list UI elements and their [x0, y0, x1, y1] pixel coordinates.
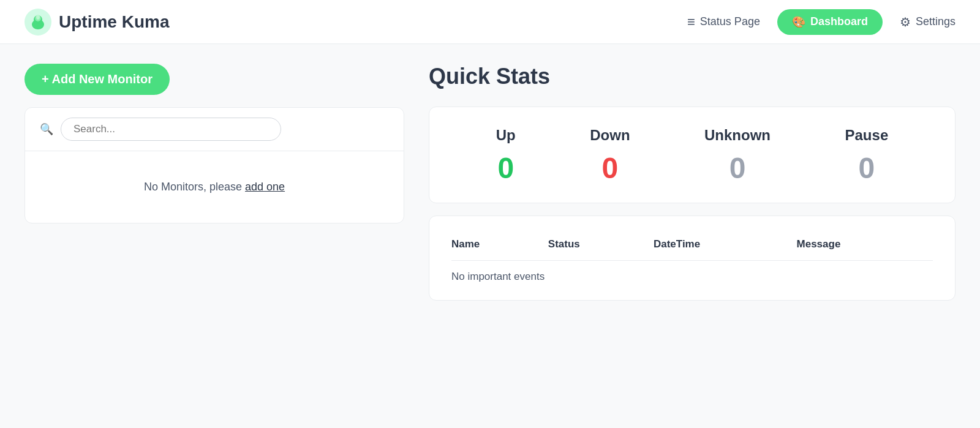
stats-card: Up 0 Down 0 Unknown 0 Pause 0 — [429, 107, 956, 203]
no-monitors-text: No Monitors, please add one — [144, 181, 285, 193]
empty-events-text: No important events — [451, 261, 933, 283]
down-label: Down — [590, 127, 630, 144]
svg-point-4 — [36, 15, 40, 20]
events-table: Name Status DateTime Message No importan… — [451, 233, 933, 283]
settings-label: Settings — [916, 15, 956, 28]
col-datetime: DateTime — [654, 233, 797, 261]
right-panel: Quick Stats Up 0 Down 0 Unknown 0 Pause … — [429, 64, 956, 408]
app-title: Uptime Kuma — [59, 12, 169, 32]
dashboard-button-label: Dashboard — [810, 15, 868, 28]
gear-icon — [900, 15, 911, 29]
pause-label: Pause — [845, 127, 889, 144]
settings-link[interactable]: Settings — [900, 15, 956, 29]
events-card: Name Status DateTime Message No importan… — [429, 216, 956, 301]
table-row: No important events — [451, 261, 933, 283]
status-page-label: Status Page — [700, 15, 760, 28]
stat-pause: Pause 0 — [845, 127, 889, 183]
monitor-list-container: 🔍 No Monitors, please add one — [24, 107, 404, 223]
pause-value: 0 — [859, 154, 875, 183]
main-content: + Add New Monitor 🔍 No Monitors, please … — [0, 44, 980, 428]
dashboard-button[interactable]: 🎨 Dashboard — [777, 9, 883, 35]
stat-up: Up 0 — [496, 127, 516, 183]
col-status: Status — [548, 233, 654, 261]
col-name: Name — [451, 233, 548, 261]
search-input[interactable] — [61, 118, 281, 141]
add-one-link[interactable]: add one — [245, 181, 285, 193]
header-left: Uptime Kuma — [24, 9, 169, 36]
dashboard-icon: 🎨 — [792, 15, 805, 29]
no-monitors-area: No Monitors, please add one — [25, 151, 404, 223]
status-page-link[interactable]: Status Page — [687, 14, 760, 30]
unknown-label: Unknown — [704, 127, 771, 144]
unknown-value: 0 — [729, 154, 746, 183]
search-icon: 🔍 — [40, 122, 53, 136]
stat-unknown: Unknown 0 — [704, 127, 771, 183]
col-message: Message — [797, 233, 933, 261]
quick-stats-title: Quick Stats — [429, 64, 956, 89]
down-value: 0 — [602, 154, 619, 183]
add-monitor-button[interactable]: + Add New Monitor — [24, 64, 170, 95]
stat-down: Down 0 — [590, 127, 630, 183]
hamburger-icon — [687, 14, 695, 30]
up-label: Up — [496, 127, 516, 144]
left-panel: + Add New Monitor 🔍 No Monitors, please … — [24, 64, 404, 408]
logo-icon — [24, 9, 51, 36]
search-area: 🔍 — [25, 108, 404, 151]
header-right: Status Page 🎨 Dashboard Settings — [687, 9, 956, 35]
up-value: 0 — [497, 154, 514, 183]
header: Uptime Kuma Status Page 🎨 Dashboard Sett… — [0, 0, 980, 44]
